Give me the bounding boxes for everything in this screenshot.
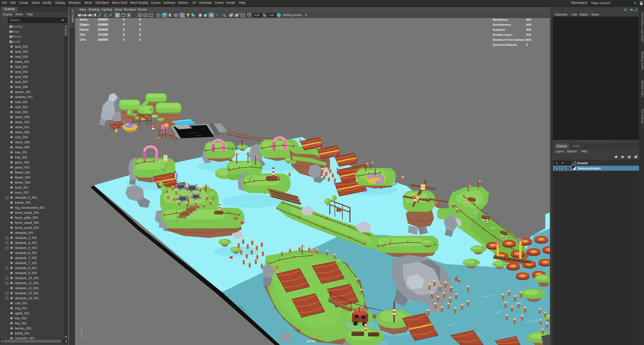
- svg-text:ON: ON: [277, 14, 280, 16]
- svg-text:+: +: [629, 155, 631, 157]
- svg-text:sRGB gamma: sRGB gamma: [283, 13, 302, 17]
- svg-text:T: T: [150, 14, 152, 17]
- svg-text:y: y: [81, 328, 82, 330]
- svg-text:1.00: 1.00: [268, 14, 274, 17]
- svg-text:0.00: 0.00: [254, 14, 260, 17]
